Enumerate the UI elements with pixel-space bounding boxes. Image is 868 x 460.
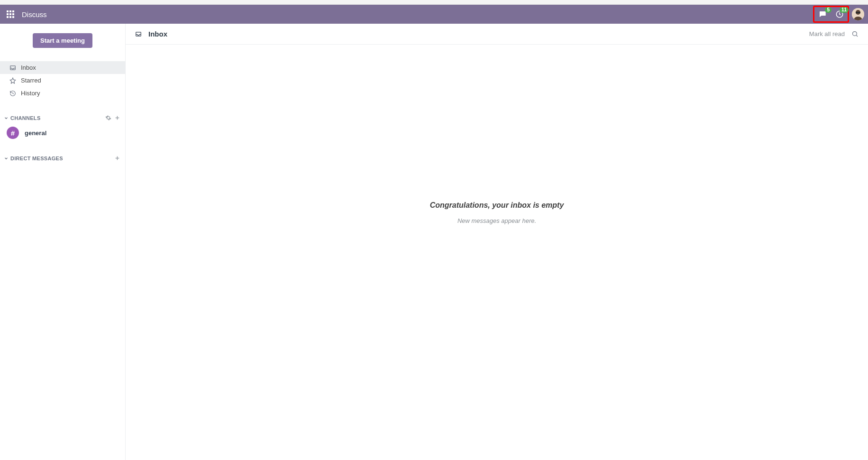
content-title: Inbox — [148, 30, 167, 38]
star-icon — [9, 77, 16, 84]
mailbox-label: History — [21, 90, 40, 97]
app-title[interactable]: Discuss — [22, 10, 47, 18]
add-channel-button[interactable] — [114, 115, 120, 121]
plus-icon — [114, 115, 120, 121]
sidebar: Start a meeting Inbox Starred History — [0, 24, 126, 460]
channel-name: general — [25, 129, 46, 137]
dm-section-actions — [114, 155, 120, 161]
channels-section-actions — [105, 115, 120, 121]
gear-icon — [105, 115, 111, 121]
user-avatar[interactable] — [852, 8, 864, 20]
messages-button[interactable]: 5 — [816, 8, 829, 20]
mailbox-list: Inbox Starred History — [0, 59, 125, 101]
apps-menu-button[interactable] — [4, 8, 17, 21]
avatar-icon — [852, 8, 864, 20]
search-icon — [851, 30, 859, 37]
start-meeting-button[interactable]: Start a meeting — [33, 33, 92, 48]
highlight-box: 5 11 — [813, 6, 849, 23]
messages-badge: 5 — [825, 7, 831, 13]
chevron-down-icon — [3, 116, 9, 120]
inbox-icon — [135, 31, 142, 37]
search-button[interactable] — [851, 30, 859, 37]
activities-button[interactable]: 11 — [833, 8, 846, 20]
mark-all-read-button[interactable]: Mark all read — [809, 30, 845, 37]
dm-section-header[interactable]: DIRECT MESSAGES — [0, 150, 125, 164]
sidebar-item-starred[interactable]: Starred — [0, 74, 125, 87]
topbar: Discuss 5 11 — [0, 5, 868, 24]
sidebar-top: Start a meeting — [0, 24, 125, 59]
sidebar-item-history[interactable]: History — [0, 87, 125, 100]
empty-state: Congratulations, your inbox is empty New… — [126, 45, 868, 460]
svg-point-4 — [853, 32, 857, 36]
apps-grid-icon — [7, 10, 14, 18]
topbar-left: Discuss — [4, 8, 47, 21]
mailbox-label: Inbox — [21, 64, 36, 71]
svg-rect-3 — [856, 12, 860, 13]
channels-settings-button[interactable] — [105, 115, 111, 121]
content-header: Inbox Mark all read — [126, 24, 868, 45]
app-body: Start a meeting Inbox Starred History — [0, 24, 868, 460]
main-content: Inbox Mark all read Congratulations, you… — [126, 24, 868, 460]
sidebar-item-inbox[interactable]: Inbox — [0, 61, 125, 74]
chevron-down-icon — [3, 156, 9, 161]
content-title-wrap: Inbox — [135, 30, 167, 38]
inbox-icon — [9, 64, 16, 71]
channels-section-label: CHANNELS — [10, 115, 105, 121]
channels-section-header[interactable]: CHANNELS — [0, 110, 125, 124]
history-icon — [9, 90, 16, 97]
add-dm-button[interactable] — [114, 155, 120, 161]
dm-section-label: DIRECT MESSAGES — [10, 156, 114, 161]
mailbox-label: Starred — [21, 77, 41, 84]
topbar-right: 5 11 — [813, 6, 864, 23]
browser-chrome — [0, 0, 868, 5]
hash-icon: # — [7, 127, 19, 139]
plus-icon — [114, 155, 120, 161]
activities-badge: 11 — [840, 7, 849, 13]
channel-item-general[interactable]: # general — [0, 124, 125, 142]
empty-state-subtitle: New messages appear here. — [457, 217, 536, 224]
empty-state-title: Congratulations, your inbox is empty — [430, 201, 564, 210]
